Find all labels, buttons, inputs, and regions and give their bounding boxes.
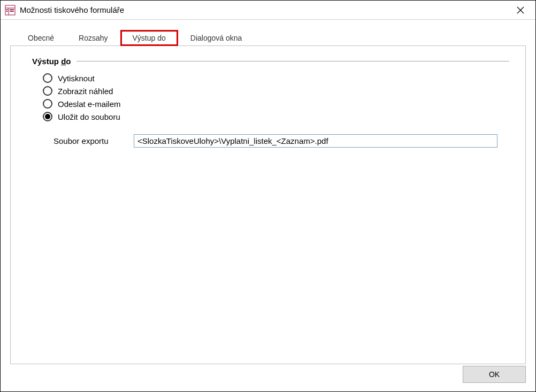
- close-button[interactable]: [510, 1, 531, 20]
- section-title-suffix: o: [66, 57, 71, 66]
- radio-icon-selected: [43, 112, 52, 121]
- export-file-input[interactable]: [134, 134, 497, 148]
- section-divider: [76, 61, 509, 62]
- radio-label-print: Vytisknout: [58, 74, 95, 83]
- export-file-row: Soubor exportu: [53, 134, 509, 148]
- section-title: Výstup do: [32, 57, 71, 66]
- tab-general[interactable]: Obecné: [16, 30, 66, 46]
- svg-rect-3: [6, 9, 8, 10]
- ok-button[interactable]: OK: [463, 366, 526, 383]
- radio-preview[interactable]: Zobrazit náhled: [43, 86, 509, 96]
- radio-icon: [43, 86, 52, 96]
- close-icon: [517, 6, 524, 14]
- tab-panel-output: Výstup do Vytisknout Zobrazit náhled Ode…: [10, 45, 526, 364]
- app-icon: [5, 5, 16, 16]
- radio-label-email: Odeslat e-mailem: [58, 99, 121, 109]
- footer: OK: [463, 366, 526, 383]
- export-file-label: Soubor exportu: [53, 136, 134, 145]
- svg-rect-4: [6, 11, 8, 12]
- svg-rect-5: [10, 9, 14, 10]
- section-title-prefix: Výstup: [32, 57, 61, 66]
- tab-ranges[interactable]: Rozsahy: [66, 30, 120, 46]
- radio-print[interactable]: Vytisknout: [43, 73, 509, 83]
- section-title-accel: d: [61, 57, 66, 66]
- radio-group-output: Vytisknout Zobrazit náhled Odeslat e-mai…: [43, 73, 509, 121]
- tabs: Obecné Rozsahy Výstup do Dialogová okna: [16, 29, 526, 45]
- window-title: Možnosti tiskového formuláře: [20, 5, 510, 14]
- radio-email[interactable]: Odeslat e-mailem: [43, 99, 509, 109]
- radio-label-preview: Zobrazit náhled: [58, 87, 113, 96]
- radio-save-file[interactable]: Uložit do souboru: [43, 112, 509, 121]
- radio-icon: [43, 73, 52, 83]
- section-header: Výstup do: [32, 57, 509, 66]
- tab-output-to[interactable]: Výstup do: [120, 30, 178, 46]
- tab-dialog-windows[interactable]: Dialogová okna: [178, 30, 255, 46]
- radio-icon: [43, 99, 52, 109]
- svg-rect-6: [10, 11, 14, 12]
- titlebar: Možnosti tiskového formuláře: [1, 1, 535, 20]
- content-area: Obecné Rozsahy Výstup do Dialogová okna …: [1, 20, 535, 391]
- radio-label-save-file: Uložit do souboru: [58, 112, 120, 121]
